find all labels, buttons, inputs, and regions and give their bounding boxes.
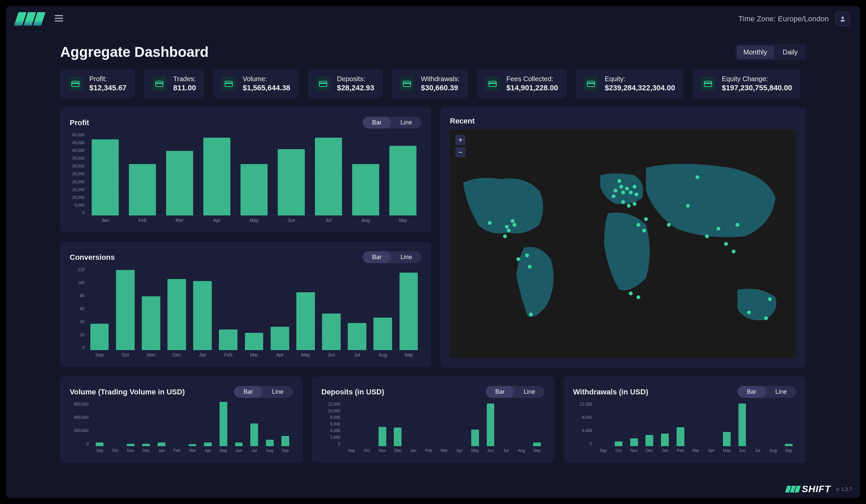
x-tick: Dec: [138, 448, 154, 453]
y-tick: 0: [70, 345, 87, 350]
bar[interactable]: [533, 443, 541, 446]
menu-icon[interactable]: [54, 13, 64, 25]
user-icon: [839, 15, 846, 22]
bar[interactable]: [487, 404, 495, 446]
toggle-line[interactable]: Line: [514, 386, 545, 398]
x-tick: May: [235, 217, 273, 223]
bar[interactable]: [96, 443, 103, 446]
bar[interactable]: [166, 151, 193, 215]
bar[interactable]: [645, 435, 653, 446]
bar[interactable]: [615, 441, 622, 446]
bar[interactable]: [129, 164, 156, 215]
bar[interactable]: [189, 444, 197, 446]
period-toggle: Monthly Daily: [735, 44, 806, 60]
bar[interactable]: [142, 444, 150, 446]
svg-point-25: [507, 229, 510, 232]
toggle-line[interactable]: Line: [391, 251, 422, 263]
stat-label: Profit:: [89, 75, 126, 83]
x-tick: Feb: [215, 352, 241, 358]
zoom-out-button[interactable]: −: [455, 147, 465, 157]
y-tick: 200,000: [70, 428, 91, 433]
bar[interactable]: [167, 279, 186, 350]
bar[interactable]: [374, 318, 392, 350]
bar[interactable]: [219, 329, 237, 350]
panel-conversions: Conversions Bar Line 020406080100120SepO…: [60, 242, 431, 367]
bar[interactable]: [193, 281, 212, 350]
bar[interactable]: [281, 436, 289, 446]
x-tick: Sep: [595, 448, 611, 453]
x-tick: Jan: [190, 352, 215, 358]
bar[interactable]: [266, 440, 274, 446]
toggle-bar[interactable]: Bar: [234, 386, 263, 398]
bar[interactable]: [389, 146, 416, 215]
svg-point-46: [629, 292, 633, 295]
bar[interactable]: [241, 164, 267, 215]
toggle-bar[interactable]: Bar: [363, 251, 391, 263]
bar[interactable]: [471, 429, 479, 446]
y-tick: 12,000: [321, 402, 342, 406]
svg-point-43: [636, 223, 640, 227]
toggle-bar[interactable]: Bar: [363, 117, 391, 128]
bar[interactable]: [785, 444, 792, 446]
bar[interactable]: [90, 324, 109, 350]
zoom-in-button[interactable]: +: [455, 135, 465, 145]
svg-point-53: [732, 250, 735, 253]
toggle-line[interactable]: Line: [391, 117, 422, 128]
y-tick: 20,000: [70, 180, 87, 184]
svg-point-27: [525, 253, 529, 257]
y-tick: 60: [70, 306, 87, 311]
bar[interactable]: [116, 270, 135, 350]
bar[interactable]: [348, 323, 366, 350]
bar[interactable]: [296, 292, 315, 350]
bar[interactable]: [127, 444, 135, 446]
x-tick: Jan: [657, 448, 673, 453]
bar[interactable]: [271, 327, 289, 350]
x-tick: Dec: [390, 448, 406, 453]
svg-point-58: [696, 175, 699, 179]
bar[interactable]: [661, 434, 669, 446]
bar[interactable]: [204, 443, 212, 446]
bar[interactable]: [400, 273, 418, 350]
bar[interactable]: [250, 424, 258, 446]
tab-monthly[interactable]: Monthly: [737, 46, 774, 59]
svg-point-32: [619, 185, 623, 188]
bar[interactable]: [630, 438, 638, 446]
bar[interactable]: [379, 427, 386, 446]
bar[interactable]: [142, 296, 160, 350]
x-tick: Aug: [766, 448, 781, 453]
svg-rect-9: [225, 82, 232, 84]
bar[interactable]: [677, 427, 684, 446]
toggle-bar[interactable]: Bar: [486, 386, 514, 398]
x-tick: Jan: [87, 217, 124, 223]
x-tick: Mar: [161, 217, 198, 223]
bar[interactable]: [278, 149, 304, 215]
svg-point-48: [667, 223, 671, 227]
toggle-line[interactable]: Line: [766, 386, 796, 398]
bar[interactable]: [723, 432, 731, 446]
stat-value: $1,565,644.38: [243, 83, 290, 92]
toggle-line[interactable]: Line: [263, 386, 293, 398]
profile-button[interactable]: [835, 12, 850, 26]
stat-card: Equity: $239,284,322,304.00: [576, 69, 683, 99]
bar[interactable]: [235, 443, 243, 446]
stat-value: $239,284,322,304.00: [605, 83, 675, 92]
bar[interactable]: [158, 443, 165, 446]
wallet-icon: [152, 77, 166, 91]
bar[interactable]: [352, 164, 379, 215]
x-tick: Jul: [750, 448, 766, 453]
bar[interactable]: [220, 402, 227, 446]
y-tick: 20: [70, 333, 87, 337]
y-tick: 12,000: [573, 402, 594, 406]
bar[interactable]: [739, 404, 746, 446]
bar[interactable]: [245, 333, 264, 350]
bar[interactable]: [315, 138, 342, 215]
world-map[interactable]: + −: [450, 130, 796, 358]
bar[interactable]: [394, 427, 401, 446]
bar[interactable]: [203, 138, 230, 215]
svg-point-23: [511, 219, 514, 223]
toggle-bar[interactable]: Bar: [737, 386, 766, 398]
bar[interactable]: [322, 314, 341, 350]
svg-point-44: [644, 217, 648, 221]
tab-daily[interactable]: Daily: [776, 46, 804, 59]
bar[interactable]: [92, 139, 119, 215]
